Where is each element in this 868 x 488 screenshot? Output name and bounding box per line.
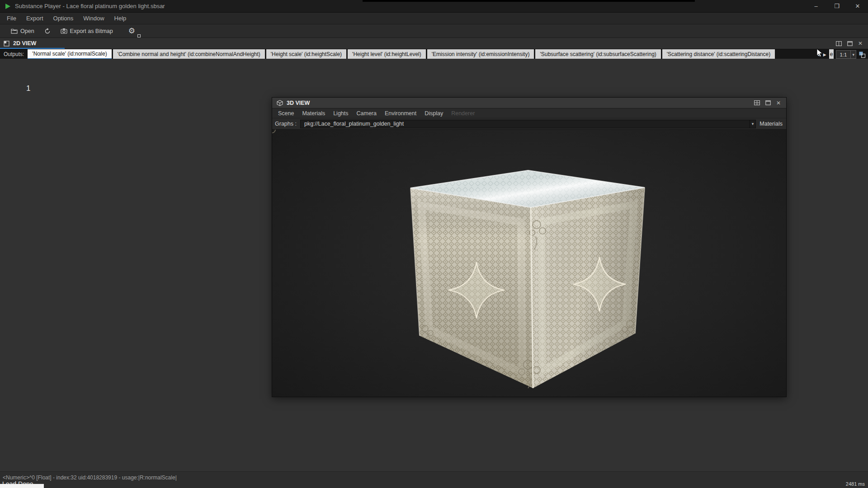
window-controls: – ❒ ✕ xyxy=(806,0,868,12)
menu3d-scene[interactable]: Scene xyxy=(274,108,298,118)
title-bar: Substance Player - Lace floral platinum … xyxy=(0,0,868,13)
view2d-panel-header: 2D VIEW ✕ xyxy=(0,38,868,49)
maximize-panel-icon[interactable] xyxy=(847,41,853,46)
view3d-panel-title: 3D VIEW xyxy=(287,100,310,106)
outputs-label: Outputs: xyxy=(0,49,28,60)
view3d-panel-header[interactable]: 3D VIEW ✕ xyxy=(272,98,786,108)
close-panel-icon[interactable]: ✕ xyxy=(858,41,863,46)
materials-label: Materials xyxy=(760,121,783,127)
mouse-cursor xyxy=(816,48,825,58)
progress-bar xyxy=(0,484,44,488)
graph-select[interactable]: pkg://Lace_floral_platinum_golden_light … xyxy=(300,120,756,128)
view2d-panel-title: 2D VIEW xyxy=(13,40,36,47)
close-panel-icon[interactable]: ✕ xyxy=(776,100,781,106)
rendered-cube xyxy=(272,130,786,397)
canvas-float-value: 1 xyxy=(26,84,30,93)
output-tab-height-level[interactable]: 'Height level' (id:heightLevel) xyxy=(348,49,426,60)
gear-badge-icon xyxy=(137,34,141,38)
view3d-panel: 3D VIEW ✕ Scene Materials Lights Camera … xyxy=(272,97,787,397)
maximize-button[interactable]: ❒ xyxy=(826,0,847,12)
top-strip xyxy=(363,0,695,2)
view2d-header-buttons: ✕ xyxy=(836,41,868,46)
view3d-menu-bar: Scene Materials Lights Camera Environmen… xyxy=(272,108,786,118)
view2d-panel-icon xyxy=(4,41,9,47)
toolbar: Open Export as Bitmap ⚙ xyxy=(0,24,868,38)
menu-file[interactable]: File xyxy=(2,13,21,24)
refresh-icon xyxy=(44,28,51,34)
menu3d-camera[interactable]: Camera xyxy=(353,108,381,118)
menu-bar: File Export Options Window Help xyxy=(0,13,868,24)
menu-help[interactable]: Help xyxy=(109,13,132,24)
substance-player-logo-icon xyxy=(4,3,11,10)
zoom-level-select[interactable]: 1:1 ▾ xyxy=(836,50,856,59)
view3d-viewport[interactable] xyxy=(272,130,786,397)
status-bar: <Numeric>^0 [Float] - index:32 uid:40182… xyxy=(0,471,868,488)
menu-export[interactable]: Export xyxy=(21,13,48,24)
menu3d-display[interactable]: Display xyxy=(420,108,447,118)
view2d-active-underline xyxy=(0,48,65,49)
menu3d-renderer: Renderer xyxy=(447,108,479,118)
split-view-icon[interactable] xyxy=(836,41,842,46)
output-tab-subsurface-scattering[interactable]: 'Subsurface scattering' (id:subsurfaceSc… xyxy=(535,49,660,60)
menu-options[interactable]: Options xyxy=(48,13,79,24)
outputs-tab-bar: Outputs: 'Normal scale' (id:normalScale)… xyxy=(0,49,868,60)
layout-grid-icon[interactable] xyxy=(754,100,760,105)
zoom-level-value: 1:1 xyxy=(836,52,850,57)
chevron-down-icon: ▾ xyxy=(750,120,756,128)
graphs-row: Graphs : pkg://Lace_floral_platinum_gold… xyxy=(272,118,786,130)
close-button[interactable]: ✕ xyxy=(847,0,868,12)
outputs-tabs: 'Normal scale' (id:normalScale) 'Combine… xyxy=(28,49,815,60)
view2d-canvas[interactable]: 1 3D VIEW ✕ Scene Materials Lights Camer… xyxy=(0,59,868,471)
minimize-button[interactable]: – xyxy=(806,0,826,12)
menu3d-materials[interactable]: Materials xyxy=(298,108,329,118)
menu3d-lights[interactable]: Lights xyxy=(329,108,352,118)
maximize-panel-icon[interactable] xyxy=(765,100,771,105)
open-button-label: Open xyxy=(20,28,34,34)
output-tab-emission-intensity[interactable]: 'Emission intensity' (id:emissionIntensi… xyxy=(427,49,534,60)
status-info-text: <Numeric>^0 [Float] - index:32 uid:40182… xyxy=(3,474,177,481)
menu-window[interactable]: Window xyxy=(78,13,109,24)
graph-select-value: pkg://Lace_floral_platinum_golden_light xyxy=(301,121,750,127)
settings-button[interactable]: ⚙ xyxy=(125,26,139,37)
window-title: Substance Player - Lace floral platinum … xyxy=(15,3,165,9)
gear-icon: ⚙ xyxy=(128,27,135,35)
folder-open-icon xyxy=(11,28,18,34)
open-button[interactable]: Open xyxy=(7,26,38,37)
output-tab-normal-scale[interactable]: 'Normal scale' (id:normalScale) xyxy=(28,49,111,60)
output-tab-combine-normal-height[interactable]: 'Combine normal and height' (id:combineN… xyxy=(113,49,265,60)
view3d-header-buttons: ✕ xyxy=(754,100,786,106)
output-tab-scattering-distance[interactable]: 'Scattering distance' (id:scatteringDist… xyxy=(662,49,775,60)
output-tab-clipped[interactable]: e xyxy=(829,49,834,60)
export-as-bitmap-label: Export as Bitmap xyxy=(70,28,113,34)
export-as-bitmap-button[interactable]: Export as Bitmap xyxy=(57,26,117,37)
output-tab-height-scale[interactable]: 'Height scale' (id:heightScale) xyxy=(266,49,346,60)
cube-icon xyxy=(277,100,283,106)
refresh-button[interactable] xyxy=(41,26,54,37)
background-pattern-icon[interactable] xyxy=(859,51,866,58)
render-time: 2481 ms xyxy=(846,481,865,487)
menu3d-environment[interactable]: Environment xyxy=(381,108,420,118)
camera-icon xyxy=(61,28,67,34)
graphs-label: Graphs : xyxy=(275,121,297,127)
chevron-down-icon: ▾ xyxy=(850,51,856,58)
